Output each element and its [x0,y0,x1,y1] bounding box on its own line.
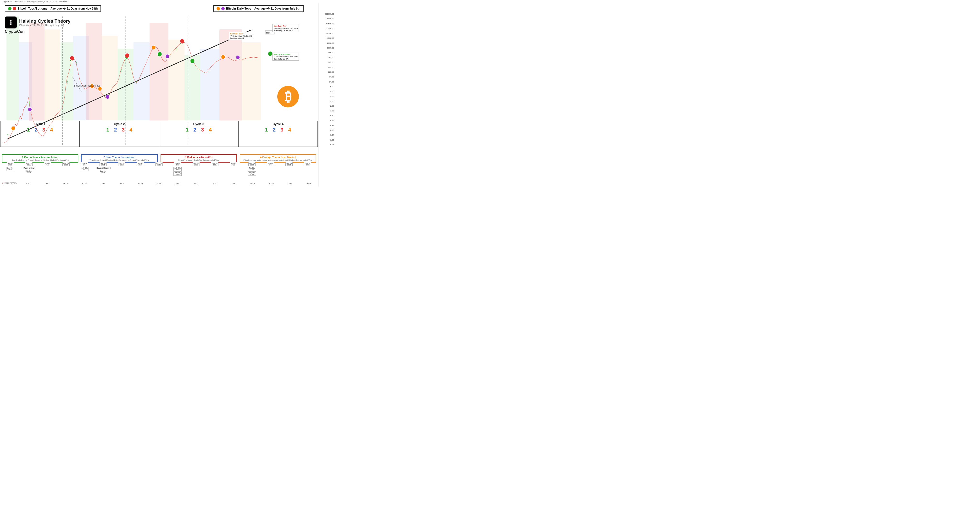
date-jul-2011: July 9th,2011 [6,167,14,171]
svg-point-31 [268,51,272,56]
price-07: 0.70 [320,114,334,117]
price-55: 5.50 [320,95,334,97]
price-125: 125.00 [320,71,334,73]
dates-2014: Nov 282014 July 9th,2015 [75,162,94,176]
date-jul-2023: July 9th,2023 [248,167,256,171]
cycle-1-title: Cycle 1 [35,122,45,126]
dates-2021: Nov 282021 [205,162,224,176]
dates-2011: Nov 282011 First Halving July 9th,2012 [20,162,38,176]
legend-container: Bitcoin Tops/Bottoms = Average +/- 21 Da… [5,5,304,12]
zone-c4-blue [200,49,220,133]
year-labels-row: 1 Green Year = Accumulation Best Cycle B… [0,154,318,163]
price-205k: 20500.00 [320,27,334,30]
dates-2023: Nov 282023 July 9th,2023 July 9th,2024 [243,162,261,176]
btc-logo: ₿ [277,86,299,107]
date-nov-2019: Nov 282019 [174,162,181,166]
date-nov-2015: Nov 282015 [100,162,107,166]
c2-num2: 2 [114,127,117,133]
year-2027: 2027 [299,182,318,184]
next-cycle-bottom-title: Next Cycle Bottom ≈ [274,53,298,56]
c2-num3: 3 [122,127,125,133]
year-box-red: 3 Red Year = New ATH New ATHs Made | Cyc… [161,154,237,163]
price-27: 27.00 [320,81,334,83]
date-nov-2010: Nov 282010 [7,162,14,166]
title-block: ₿ Halving Cycles Theory (November 28th C… [5,16,71,34]
dates-2016: Nov 282016 [113,162,131,176]
next-cycle-top-annotation: Next Cycle Top ≈ +/- 21 days from Nov 28… [272,24,299,32]
price-12: 1.20 [320,110,334,112]
orange-dot-icon [216,7,220,10]
year-2026: 2026 [281,182,299,184]
dates-2015: Nov 282015 Second Halving July 9th,2016 [94,162,113,176]
price-16k: 1600.00 [320,47,334,49]
cycle-2-title: Cycle 2 [114,122,125,126]
legend1-text: Bitcoin Tops/Bottoms = Average +/- 21 Da… [18,7,98,10]
price-585: 585.00 [320,56,334,59]
purple-dot-icon [221,7,225,10]
year-axis: 2011 2012 2013 2014 2015 2016 2017 2018 … [0,182,318,184]
date-nov-2012: Nov 282012 [44,162,51,166]
date-nov-2013: Nov 282013 [62,162,70,166]
year-2021: 2021 [187,182,206,184]
c3-num3: 3 [201,127,204,133]
year-2013: 2013 [37,182,56,184]
date-nov-2021: Nov 282021 [211,162,218,166]
c1-num1: 1 [27,127,30,133]
date-nov-2026: Nov 282026 [304,162,311,166]
main-container: CryptoCon_ published on TradingView.com,… [0,0,335,186]
date-jul-2020: July 9th,2020 [173,171,181,176]
year-2012: 2012 [19,182,37,184]
zone-c1-red [29,23,45,127]
price-960: 960.00 [320,52,334,54]
author-label: CryptoCon [5,29,71,34]
price-axis: 260000.00 96000.00 58500.00 20500.00 125… [318,3,335,186]
date-jul-2024: July 9th,2024 [248,171,256,176]
chart-area: Bitcoin Tops/Bottoms = Average +/- 21 Da… [0,3,335,186]
year-orange-sub: Price becomes undervalued and enters a d… [242,159,314,161]
price-47k: 4700.00 [320,37,334,39]
cycle-1-numbers: 1 2 3 4 [27,127,53,133]
title-logo: ₿ Halving Cycles Theory (November 28th C… [5,16,71,29]
price-205: 205.00 [320,66,334,68]
next-early-top-detail: +/- 21 days from July 9th, 2024Expected … [230,35,253,39]
next-early-top-title: Next Early Top ≈ [230,33,253,35]
date-jul-2015: July 9th,2015 [81,167,89,171]
date-nov-2025: Nov 282025 [285,162,293,166]
dates-2026: Nov 282026 [298,162,317,176]
zone-c3-blue [134,42,149,133]
legend-box-2: Bitcoin Early Tops = Average +/- 21 Days… [213,5,304,12]
price-96k: 96000.00 [320,18,334,20]
first-halving-label: First Halving [23,167,35,169]
date-nov-2011: Nov 282011 [25,162,32,166]
date-jul-2016: July 9th,2016 [99,170,107,174]
year-red-title: 3 Red Year = New ATH [162,156,235,159]
date-nov-2023: Nov 282023 [248,162,256,166]
c3-num1: 1 [186,127,189,133]
year-2025: 2025 [262,182,280,184]
year-2019: 2019 [150,182,168,184]
chart-title: Halving Cycles Theory [19,18,71,24]
zone-c4-red [220,29,242,127]
date-jul-2019: July 9th,2019 [173,167,181,171]
dates-2017: Nov 282017 [131,162,150,176]
next-cycle-top-detail: +/- 21 days from Nov 28th, 2025Expected … [274,27,298,32]
dates-2010: Nov 282010 July 9th,2011 [1,162,20,176]
price-260k: 260000.00 [320,13,334,15]
svg-text:138k: 138k [266,32,270,34]
date-nov-2022: Nov 282022 [230,162,237,166]
cycle-3-title: Cycle 3 [193,122,204,126]
dates-2012: Nov 282012 [38,162,57,176]
dates-2019: Nov 282019 July 9th,2019 July 9th,2020 [168,162,187,176]
dates-2024: Nov 282024 [261,162,280,176]
cycles-section: Cycle 1 1 2 3 4 Cycle 2 1 2 3 4 [0,121,318,147]
year-2018: 2018 [131,182,150,184]
c4-num3: 3 [280,127,283,133]
price-345: 345.00 [320,62,334,64]
price-002: 0.02 [320,139,334,141]
year-box-orange: 4 Orange Year = Bear Market Price become… [240,154,316,163]
cycle-4-title: Cycle 4 [272,122,283,126]
next-cycle-bottom-annotation: Next Cycle Bottom ≈ +/- 21 days from Nov… [272,52,299,60]
year-2014: 2014 [56,182,75,184]
year-orange-title: 4 Orange Year = Bear Market [242,156,314,159]
next-cycle-bottom-detail: +/- 21 days from Nov 28th, 2026Expected … [274,56,298,60]
